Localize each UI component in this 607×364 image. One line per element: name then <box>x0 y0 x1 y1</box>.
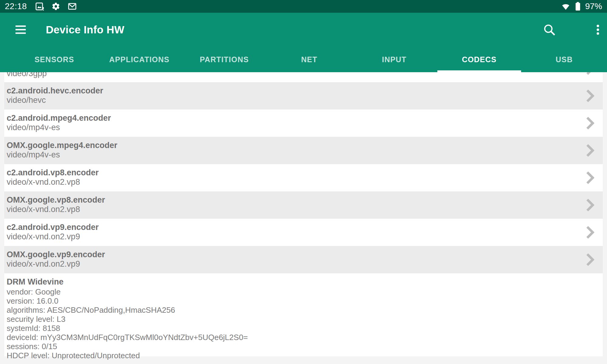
tab-applications[interactable]: APPLICATIONS <box>97 47 182 72</box>
drm-system-id: systemId: 8158 <box>7 324 597 333</box>
wifi-icon <box>561 2 571 11</box>
codec-mime: video/x-vnd.on2.vp9 <box>7 259 585 269</box>
codec-row[interactable]: c2.android.vp8.encoder video/x-vnd.on2.v… <box>4 164 603 191</box>
settings-gear-icon <box>51 2 60 11</box>
chevron-right-icon <box>585 116 594 130</box>
codec-mime: video/mp4v-es <box>7 123 585 132</box>
tab-label: PARTITIONS <box>200 55 249 64</box>
codec-name: c2.android.mpeg4.encoder <box>7 113 585 123</box>
drm-device-id: deviceId: mYy3CM3MnUdFqC0rgTKSwMl0oYNdtZ… <box>7 333 597 342</box>
chevron-right-icon <box>585 225 594 239</box>
tab-sensors[interactable]: SENSORS <box>12 47 97 72</box>
codec-name: OMX.google.vp9.encoder <box>7 250 585 259</box>
chevron-right-icon <box>585 253 594 267</box>
codec-mime: video/x-vnd.on2.vp8 <box>7 177 585 187</box>
codec-mime: video/3gpp <box>7 72 47 78</box>
codec-name: OMX.google.mpeg4.encoder <box>7 141 585 150</box>
battery-icon <box>574 2 582 11</box>
codec-name: OMX.google.vp8.encoder <box>7 195 585 205</box>
chevron-right-icon <box>585 198 594 212</box>
chevron-right-icon <box>585 171 594 185</box>
drm-hdcp-level: HDCP level: Unprotected/Unprotected <box>7 351 597 360</box>
drm-version: version: 16.0.0 <box>7 296 597 305</box>
tab-usb[interactable]: USB <box>522 47 607 72</box>
toolbar: Device Info HW <box>0 13 607 47</box>
overflow-menu-icon <box>591 23 605 37</box>
codec-list: video/3gpp c2.android.hevc.encoder video… <box>0 72 607 356</box>
drm-section: DRM Widevine vendor: Google version: 16.… <box>4 273 603 356</box>
tab-label: USB <box>556 55 573 64</box>
tab-label: NET <box>301 55 317 64</box>
codec-row[interactable]: OMX.google.mpeg4.encoder video/mp4v-es <box>4 137 603 164</box>
tab-codecs[interactable]: CODECS <box>437 47 522 72</box>
tab-label: INPUT <box>382 55 407 64</box>
tab-partitions[interactable]: PARTITIONS <box>182 47 267 72</box>
search-button[interactable] <box>542 22 557 37</box>
status-bar-right: 97% <box>561 2 602 11</box>
codec-mime: video/hevc <box>7 96 585 105</box>
drm-title: DRM Widevine <box>7 277 597 287</box>
tab-bar: SENSORS APPLICATIONS PARTITIONS NET INPU… <box>0 47 607 72</box>
search-icon <box>542 23 556 37</box>
app-title: Device Info HW <box>46 24 124 36</box>
drm-sessions: sessions: 0/15 <box>7 342 597 351</box>
gmail-icon <box>68 2 77 11</box>
drm-security-level: security level: L3 <box>7 315 597 324</box>
overflow-menu-button[interactable] <box>591 22 605 37</box>
codec-row[interactable]: OMX.google.vp8.encoder video/x-vnd.on2.v… <box>4 191 603 219</box>
drm-algorithms: algorithms: AES/CBC/NoPadding,HmacSHA256 <box>7 305 597 315</box>
codec-row[interactable]: OMX.google.vp9.encoder video/x-vnd.on2.v… <box>4 246 603 273</box>
codec-row[interactable]: c2.android.vp9.encoder video/x-vnd.on2.v… <box>4 219 603 246</box>
hamburger-menu-icon <box>15 25 26 34</box>
chevron-right-icon <box>585 143 594 157</box>
tab-label: SENSORS <box>35 55 74 64</box>
codec-row[interactable]: c2.android.mpeg4.encoder video/mp4v-es <box>4 110 603 137</box>
chevron-right-icon <box>585 89 594 103</box>
codec-row[interactable]: video/3gpp <box>4 72 603 82</box>
drm-vendor: vendor: Google <box>7 287 597 296</box>
tab-label: CODECS <box>462 55 497 64</box>
status-bar-left: 22:18 <box>5 2 84 11</box>
status-bar: 22:18 97% <box>0 0 607 13</box>
tab-net[interactable]: NET <box>267 47 352 72</box>
codec-row[interactable]: c2.android.hevc.encoder video/hevc <box>4 82 603 110</box>
tab-label: APPLICATIONS <box>109 55 170 64</box>
app-bar: Device Info HW SENSORS APPLICATIONS PART… <box>0 13 607 72</box>
screenshot-icon <box>35 2 44 11</box>
menu-button[interactable] <box>14 22 28 37</box>
codec-mime: video/x-vnd.on2.vp8 <box>7 205 585 214</box>
battery-percent: 97% <box>585 2 602 11</box>
screen: 22:18 97% <box>0 0 607 364</box>
codec-mime: video/x-vnd.on2.vp9 <box>7 232 585 241</box>
codec-mime: video/mp4v-es <box>7 150 585 160</box>
codec-name: c2.android.hevc.encoder <box>7 86 585 96</box>
codec-name: c2.android.vp9.encoder <box>7 223 585 232</box>
tab-input[interactable]: INPUT <box>352 47 437 72</box>
codec-name: c2.android.vp8.encoder <box>7 168 585 177</box>
chevron-right-icon <box>585 72 594 76</box>
status-time: 22:18 <box>5 2 27 11</box>
